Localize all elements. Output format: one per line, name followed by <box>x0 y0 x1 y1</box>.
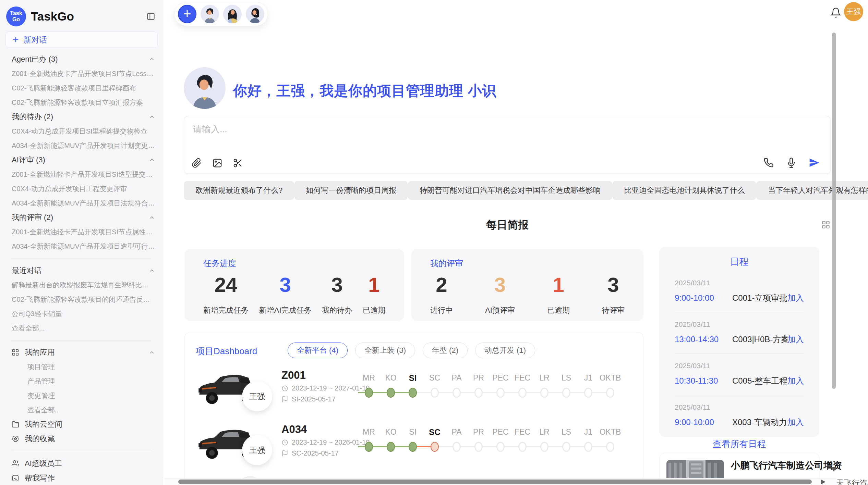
sidebar-task-item[interactable]: A034-全新新能源MUV产品开发项目计划变更表编写 <box>12 138 155 153</box>
attach-file-button[interactable] <box>192 158 202 168</box>
sidebar-task-item[interactable]: A034-全新新能源MUV产品开发项目造型可行性评审 <box>12 239 155 253</box>
stat-label: 进行中 <box>430 305 453 315</box>
section-ai-review[interactable]: AI评审 (3) <box>12 153 155 167</box>
sidebar-task-item[interactable]: C02-飞腾新能源轻客改款项目立项汇报方案 <box>12 95 155 110</box>
milestone-node-pending <box>562 388 570 398</box>
microphone-button[interactable] <box>786 158 796 168</box>
collapse-sidebar-button[interactable] <box>146 12 155 21</box>
section-my-review[interactable]: 我的评审 (2) <box>12 210 155 225</box>
app-item-change-mgmt[interactable]: 变更管理 <box>12 388 155 403</box>
project-dates: 2023-12-19 ~ 2026-01-19 <box>281 438 370 446</box>
schedule-item[interactable]: 2025/03/11 13:00-14:30 C003|H0B-方案冻结评审 加… <box>675 320 804 345</box>
milestone-node-pending <box>606 388 614 398</box>
vertical-scrollbar-thumb[interactable] <box>832 33 836 389</box>
section-recent-chats[interactable]: 最近对话 <box>12 263 155 278</box>
dashboard-filters: 全新平台 (4) 全新上装 (3) 年型 (2) 动总开发 (1) <box>288 343 535 358</box>
milestone-label: MR <box>358 427 380 437</box>
join-meeting-button[interactable]: 加入 <box>787 334 804 345</box>
tool-label: AI超级员工 <box>25 458 62 469</box>
sidebar-task-item[interactable]: A034-全新新能源MUV产品开发项目法规符合性评审 <box>12 196 155 210</box>
input-actions <box>763 157 820 168</box>
tool-ai-super-staff[interactable]: AI超级员工 <box>12 456 155 471</box>
join-meeting-button[interactable]: 加入 <box>787 417 804 428</box>
recent-view-all[interactable]: 查看全部... <box>12 321 155 335</box>
app-item-project-mgmt[interactable]: 项目管理 <box>12 360 155 374</box>
chat-input[interactable] <box>192 124 674 135</box>
my-favorites[interactable]: 我的收藏 <box>12 432 155 446</box>
milestone-node-pending <box>518 442 527 452</box>
sidebar-task-item[interactable]: Z001-全新燃油皮卡产品开发项目SI节点Lesson Learn报告 <box>12 66 155 81</box>
user-avatar[interactable]: 王强 <box>844 2 863 21</box>
join-meeting-button[interactable]: 加入 <box>787 293 804 303</box>
schedule-time: 10:30-11:30 <box>675 376 732 386</box>
schedule-item[interactable]: 2025/03/11 9:00-10:00 X003-车辆动力学性能验... 加… <box>675 403 804 428</box>
sidebar-task-item[interactable]: C0X4-动力总成开发项目SI里程碑提交物检查 <box>12 124 155 138</box>
stat-value: 24 <box>203 274 249 296</box>
schedule-item[interactable]: 2025/03/11 9:00-10:00 C001-立项审批会 加入 <box>675 279 804 303</box>
milestone-label-current: SI <box>402 373 424 383</box>
recent-chat-item[interactable]: 公司Q3轻卡销量 <box>12 307 155 321</box>
section-agent-done[interactable]: Agent已办 (3) <box>12 52 155 66</box>
milestone-labels: MR KO SI SC PA PR PEC FEC LR LS J1 OKTB <box>358 427 629 437</box>
add-assistant-button[interactable]: + <box>178 5 196 23</box>
recent-chat-item[interactable]: C02-飞腾新能源轻客改款项目的闭环通告反馈情况 <box>12 292 155 307</box>
view-all-schedule-link[interactable]: 查看所有日程 <box>675 438 804 450</box>
sidebar-task-item[interactable]: C02-飞腾新能源轻客改款项目里程碑画布 <box>12 81 155 95</box>
filter-chip[interactable]: 全新上装 (3) <box>355 343 415 358</box>
screenshot-button[interactable] <box>233 158 243 168</box>
assistant-avatar-1[interactable] <box>201 5 219 23</box>
assistant-avatar-2[interactable] <box>223 5 242 23</box>
milestone-node-pending <box>540 388 548 398</box>
my-favorites-label: 我的收藏 <box>25 434 155 444</box>
milestone-label: FEC <box>511 373 533 383</box>
milestone-label: J1 <box>577 373 599 383</box>
schedule-item[interactable]: 2025/03/11 10:30-11:30 C005-整车工程目标评审 加入 <box>675 362 804 386</box>
stat-label: 新增AI完成任务 <box>259 305 312 315</box>
milestone-node-pending <box>518 388 527 398</box>
send-button[interactable] <box>809 157 820 168</box>
chevron-up-icon <box>148 56 155 63</box>
milestone-node-pending <box>496 388 505 398</box>
milestone-node-pending <box>474 388 483 398</box>
apps-view-all[interactable]: 查看全部.. <box>12 403 155 417</box>
filter-chip-active[interactable]: 全新平台 (4) <box>288 343 348 358</box>
app-item-product-mgmt[interactable]: 产品管理 <box>12 374 155 388</box>
horizontal-scrollbar-thumb[interactable] <box>178 480 812 484</box>
stat-value: 3 <box>485 274 515 296</box>
filter-chip[interactable]: 动总开发 (1) <box>475 343 535 358</box>
suggestion-chip[interactable]: 特朗普可能对进口汽车增税会对中国车企造成哪些影响 <box>408 181 612 200</box>
insert-image-button[interactable] <box>212 158 222 168</box>
tool-help-me-write[interactable]: 帮我写作 <box>12 471 155 485</box>
assistant-avatar-3[interactable] <box>246 5 264 23</box>
phone-icon <box>763 158 774 168</box>
suggestion-chip[interactable]: 如何写一份清晰的项目周报 <box>294 181 408 200</box>
sidebar-task-item[interactable]: Z001-全新燃油轻卡产品开发项目SI造型提交物评审 <box>12 167 155 182</box>
sidebar-task-item[interactable]: Z001-全新燃油轻卡产品开发项目SI节点属性5D文件评审 <box>12 225 155 239</box>
filter-chip[interactable]: 年型 (2) <box>423 343 468 358</box>
project-owner-badge: 王强 <box>242 435 272 465</box>
join-meeting-button[interactable]: 加入 <box>787 375 804 386</box>
project-dates: 2023-12-19 ~ 2027-01-19 <box>281 384 370 392</box>
schedule-time: 9:00-10:00 <box>675 418 732 427</box>
milestone-label: KO <box>380 427 402 437</box>
voice-call-button[interactable] <box>763 158 774 168</box>
briefing-layout-button[interactable] <box>819 220 832 229</box>
notifications-button[interactable] <box>828 7 843 18</box>
new-chat-button[interactable]: + 新对话 <box>5 32 158 48</box>
suggestion-chip[interactable]: 欧洲新规最近颁布了什么? <box>184 181 294 200</box>
stat: 3 AI预评审 <box>485 274 515 315</box>
milestone-date: SI-2025-05-17 <box>292 395 336 403</box>
my-apps-header[interactable]: 我的应用 <box>12 345 155 360</box>
assistant-greeting-avatar <box>184 67 226 109</box>
recent-chat-item[interactable]: 解释最新出台的欧盟报废车法规再生塑料比例被调至15%... <box>12 278 155 292</box>
my-cloud-space[interactable]: 我的云空间 <box>12 417 155 432</box>
scroll-right-arrow[interactable] <box>821 480 825 484</box>
stat-label: 新增完成任务 <box>203 305 249 315</box>
milestone-label: LR <box>533 373 555 383</box>
scroll-down-arrow[interactable] <box>831 467 836 472</box>
sidebar-task-item[interactable]: C0X4-动力总成开发项目工程变更评审 <box>12 182 155 196</box>
suggestion-chip[interactable]: 当下年轻人对汽车外观有怎样的喜好趋势 <box>756 181 868 200</box>
section-my-todo[interactable]: 我的待办 (2) <box>12 110 155 124</box>
milestone-node-pending <box>431 388 439 398</box>
suggestion-chip[interactable]: 比亚迪全固态电池计划具体说了什么 <box>612 181 756 200</box>
